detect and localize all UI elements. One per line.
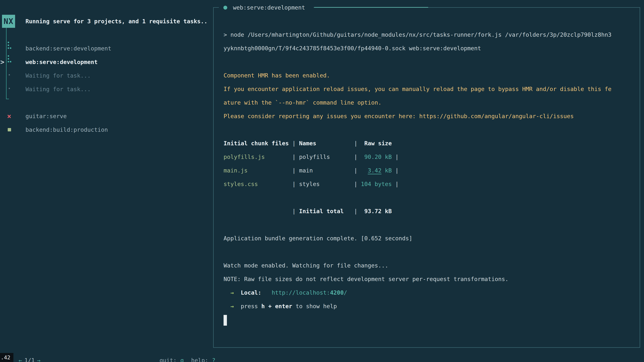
spinner-icon <box>8 42 12 49</box>
terminal-line: NOTE: Raw file sizes do not reflect deve… <box>224 272 612 286</box>
terminal-line <box>224 313 612 327</box>
selected-chevron-icon: > <box>0 55 4 69</box>
task-label: Waiting for task... <box>26 82 91 96</box>
terminal-line: If you encounter application reload issu… <box>224 82 612 96</box>
task-row[interactable]: backend:serve:development <box>0 42 208 55</box>
task-label: backend:serve:development <box>26 42 111 55</box>
task-row[interactable]: >web:serve:development <box>0 55 208 69</box>
waiting-dot-icon <box>9 74 10 75</box>
help-label: help: <box>191 357 208 362</box>
help-key: ? <box>212 357 215 362</box>
pager: ←1/1→ <box>5 340 40 354</box>
terminal-line <box>224 191 612 204</box>
task-label: guitar:serve <box>26 109 67 123</box>
terminal-output: > node /Users/mhartington/Github/guitars… <box>224 28 612 327</box>
terminal-line: | Initial total | 93.72 kB <box>224 204 612 218</box>
terminal-line: Please consider reporting any issues you… <box>224 109 612 123</box>
terminal-line <box>224 55 612 69</box>
task-label: backend:build:production <box>26 123 108 137</box>
nx-tui-screen: NX Running serve for 3 projects, and 1 r… <box>0 0 644 362</box>
task-row[interactable]: backend:build:production <box>0 123 208 137</box>
task-row[interactable]: Waiting for task... <box>0 82 208 96</box>
cursor <box>224 315 227 326</box>
terminal-line: Component HMR has been enabled. <box>224 69 612 82</box>
terminal-line: → Local: http://localhost:4200/ <box>224 286 612 300</box>
pager-left-arrow-icon[interactable]: ← <box>18 357 22 362</box>
terminal-line: polyfills.js | polyfills | 90.20 kB | <box>224 150 612 164</box>
terminal-line: Watch mode enabled. Watching for file ch… <box>224 259 612 272</box>
task-label: web:serve:development <box>26 55 98 69</box>
quit-key: q <box>180 357 184 362</box>
task-row[interactable]: Waiting for task... <box>0 69 208 82</box>
terminal-line <box>224 245 612 259</box>
terminal-line <box>224 218 612 232</box>
terminal-line <box>224 123 612 137</box>
run-summary-title: Running serve for 3 projects, and 1 requ… <box>26 14 208 28</box>
task-row[interactable]: ×guitar:serve <box>0 109 208 123</box>
terminal-line: → press h + enter to show help <box>224 300 612 313</box>
stopped-square-icon <box>8 128 11 131</box>
terminal-line: Application bundle generation complete. … <box>224 232 612 245</box>
panel-title-dash <box>314 7 428 8</box>
terminal-line: styles.css | styles | 104 bytes | <box>224 177 612 191</box>
panel-title: web:serve:development <box>233 1 305 14</box>
running-dot-icon <box>224 6 227 9</box>
terminal-line: yyknnbtgh0000gn/T/9f4c243785f8453e3f00/f… <box>224 41 612 55</box>
task-label: Waiting for task... <box>26 69 91 82</box>
terminal-line: ature with the `--no-hmr` command line o… <box>224 96 612 109</box>
quit-label: quit: <box>160 357 176 362</box>
failed-x-icon: × <box>7 109 11 123</box>
task-tree-line-foot <box>6 99 9 99</box>
pager-right-arrow-icon[interactable]: → <box>37 357 40 362</box>
shortcut-hints: quit:qhelp:? <box>146 340 216 354</box>
spinner-icon <box>8 55 12 63</box>
overlay-badge: .42 <box>0 353 14 362</box>
nx-logo: NX <box>2 15 15 28</box>
terminal-line: > node /Users/mhartington/Github/guitars… <box>224 28 612 41</box>
waiting-dot-icon <box>9 88 10 89</box>
terminal-line: Initial chunk files | Names | Raw size <box>224 137 612 150</box>
pager-position: 1/1 <box>24 357 34 362</box>
terminal-line: main.js | main | 3.42 kB | <box>224 164 612 177</box>
